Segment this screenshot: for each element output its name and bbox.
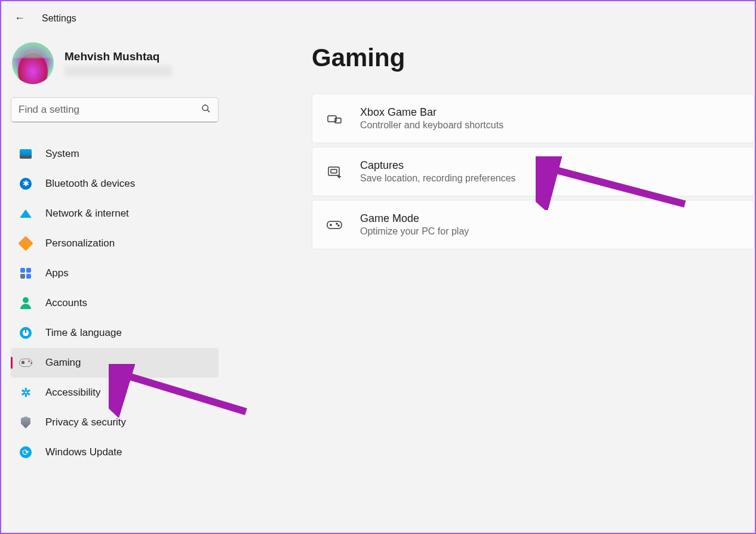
card-title: Game Mode (360, 212, 740, 225)
user-email-redacted (64, 66, 172, 76)
card-subtitle: Optimize your PC for play (360, 226, 740, 237)
sidebar-item-label: System (45, 148, 79, 160)
main-panel: Gaming Xbox Game Bar Controller and keyb… (228, 29, 755, 531)
svg-rect-5 (331, 169, 337, 173)
user-name: Mehvish Mushtaq (64, 50, 172, 63)
svg-point-0 (202, 105, 208, 110)
xbox-icon (327, 111, 342, 126)
controller-icon (327, 217, 342, 233)
sidebar-item-accessibility[interactable]: ✲ Accessibility (11, 378, 219, 408)
svg-line-1 (207, 110, 210, 112)
search-icon[interactable] (201, 104, 211, 116)
sidebar-item-label: Time & language (45, 327, 122, 339)
sidebar-item-label: Gaming (45, 357, 81, 369)
svg-point-10 (336, 223, 337, 224)
sidebar-item-privacy[interactable]: Privacy & security (11, 408, 219, 437)
sidebar-item-system[interactable]: System (11, 139, 219, 169)
avatar (12, 42, 54, 84)
apps-icon (19, 267, 32, 280)
sidebar-item-label: Accounts (45, 297, 87, 309)
person-icon (19, 297, 32, 310)
accessibility-icon: ✲ (19, 386, 32, 399)
card-game-mode[interactable]: Game Mode Optimize your PC for play (312, 200, 755, 249)
sidebar-item-label: Privacy & security (45, 416, 126, 428)
wifi-icon (19, 207, 32, 220)
search-input[interactable] (19, 104, 201, 116)
sidebar-item-label: Bluetooth & devices (45, 178, 135, 190)
svg-point-11 (338, 225, 339, 226)
search-box[interactable] (11, 97, 219, 122)
sidebar: Mehvish Mushtaq System ✱ Bluetooth & dev… (1, 29, 228, 531)
card-title: Xbox Game Bar (360, 106, 740, 119)
card-xbox-game-bar[interactable]: Xbox Game Bar Controller and keyboard sh… (312, 94, 755, 143)
system-icon (19, 147, 32, 160)
sidebar-item-gaming[interactable]: Gaming (11, 348, 219, 378)
sidebar-item-update[interactable]: ⟳ Windows Update (11, 437, 219, 467)
header: ← Settings (1, 1, 755, 29)
header-title: Settings (42, 13, 76, 24)
sidebar-item-bluetooth[interactable]: ✱ Bluetooth & devices (11, 169, 219, 199)
content: Mehvish Mushtaq System ✱ Bluetooth & dev… (1, 29, 755, 531)
sidebar-item-accounts[interactable]: Accounts (11, 288, 219, 318)
sidebar-item-label: Accessibility (45, 387, 101, 399)
bluetooth-icon: ✱ (19, 177, 32, 190)
svg-rect-4 (328, 167, 339, 175)
sidebar-item-label: Network & internet (45, 208, 129, 220)
card-title: Captures (360, 159, 740, 172)
clock-icon (19, 326, 32, 339)
card-captures[interactable]: Captures Save location, recording prefer… (312, 147, 755, 196)
gamepad-icon (19, 356, 32, 369)
sidebar-item-apps[interactable]: Apps (11, 258, 219, 288)
sidebar-item-personalization[interactable]: Personalization (11, 229, 219, 258)
capture-icon (327, 164, 342, 180)
sidebar-item-label: Windows Update (45, 446, 122, 458)
sync-icon: ⟳ (19, 446, 32, 459)
nav-list: System ✱ Bluetooth & devices Network & i… (11, 139, 219, 467)
sidebar-item-network[interactable]: Network & internet (11, 199, 219, 229)
card-subtitle: Save location, recording preferences (360, 173, 740, 184)
sidebar-item-time[interactable]: Time & language (11, 318, 219, 348)
back-arrow-icon[interactable]: ← (14, 12, 25, 24)
sidebar-item-label: Apps (45, 267, 69, 279)
sidebar-item-label: Personalization (45, 237, 115, 249)
shield-icon (19, 416, 32, 429)
page-title: Gaming (312, 44, 755, 72)
card-subtitle: Controller and keyboard shortcuts (360, 120, 740, 131)
user-block[interactable]: Mehvish Mushtaq (11, 40, 219, 97)
brush-icon (19, 237, 32, 250)
